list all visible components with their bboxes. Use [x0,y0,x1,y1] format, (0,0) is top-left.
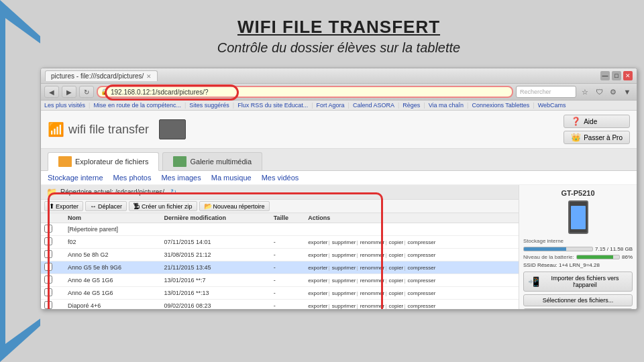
bookmark-item[interactable]: Fort Agora [317,102,345,109]
file-actions-cell: exporter| supprimer| renommer| copier| c… [305,249,519,261]
bookmark-item[interactable]: Règes [402,102,420,109]
row-checkbox[interactable] [44,263,52,271]
row-checkbox[interactable] [44,250,52,258]
header-right: ❓ Aide 👑 Passer à Pro [564,115,630,144]
app-header: 📶 wifi file transfer ❓ Aide 👑 Passer à P… [41,111,637,149]
refresh-button[interactable]: ↻ [79,86,94,98]
maximize-button[interactable]: □ [612,71,621,80]
file-date: 07/11/2015 14:01 [160,236,270,249]
export-button[interactable]: ⬆ Exporter [44,201,83,211]
new-folder-button[interactable]: 📂 Nouveau répertoire [199,201,270,211]
bookmark-item[interactable]: Via ma chaîn [429,102,464,109]
search-placeholder: Rechercher [520,88,551,95]
window-controls: — □ ✕ [600,71,633,80]
storage-value: 7.15 / 11.58 GB [595,246,633,252]
subnav-musique[interactable]: Ma musique [211,174,252,182]
row-checkbox[interactable] [44,237,52,245]
table-row[interactable]: Anno 5e 8h G2 31/08/2015 21:12 - exporte… [41,249,519,261]
file-size: - [270,287,305,300]
bookmark-item[interactable]: Sites suggérés [189,102,229,109]
shield-icon[interactable]: 🛡 [593,86,605,98]
export-icon: ⬆ [49,202,54,210]
forward-button[interactable]: ▶ [62,86,76,98]
pro-button[interactable]: 👑 Passer à Pro [564,131,630,144]
star-icon[interactable]: ☆ [579,86,591,98]
zip-icon: 🗜 [133,202,140,210]
page-subtitle: Contrôle du dossier élèves sur la tablet… [40,40,637,56]
ssid-row: SSID Réseau: 1+4 LRN_9=4.28 [523,262,633,268]
search-bar[interactable]: Rechercher [516,86,576,98]
table-row[interactable]: f02 07/11/2015 14:01 - exporter| supprim… [41,236,519,249]
storage-bar [523,247,593,251]
select-files-button[interactable]: Sélectionner des fichiers... [523,294,633,306]
main-panel: 📁 Répertoire actuel: /sdcard/pictures/ ↻… [41,185,637,309]
bookmark-item[interactable]: Mise en route de la compétenc... [93,102,181,109]
browser-titlebar: pictures - file:///sdcard/pictures/ ✕ — … [41,68,637,84]
file-date: 21/11/2015 13:45 [160,261,270,274]
subnav-videos[interactable]: Mes vidéos [262,174,299,182]
file-name: Anno 4e G5 1G6 [64,287,160,300]
subnav-photos[interactable]: Mes photos [113,174,152,182]
folder-icon: 📁 [46,187,57,197]
current-path: Répertoire actuel: /sdcard/pictures/ [60,188,164,196]
close-button[interactable]: ✕ [623,71,633,80]
minimize-button[interactable]: — [600,71,610,80]
import-button[interactable]: 📲 Importer des fichiers vers l'appareil [523,272,633,292]
file-date: 13/01/2016 **:7 [160,274,270,287]
address-bar[interactable]: 🔒 192.168.0.12:1/sdcard/pictures/? [97,86,513,98]
menu-icon[interactable]: ▼ [621,86,633,98]
device-image [159,119,186,139]
battery-value: 86% [622,254,633,260]
row-checkbox[interactable] [44,225,52,233]
col-date: Dernière modification [160,213,270,223]
row-checkbox[interactable] [44,288,52,296]
col-name: Nom [64,213,160,223]
table-row[interactable]: Anno 4e G5 1G6 13/01/2016 **:13 - export… [41,287,519,300]
table-row[interactable]: Diaporé 4+6 09/02/2016 08:23 - exporter|… [41,300,519,310]
storage-row: Stockage interne [523,238,633,244]
row-checkbox[interactable] [44,301,52,309]
select-folder-button[interactable]: Select folder... [523,308,633,310]
file-name: f02 [64,236,160,249]
subnav-images[interactable]: Mes images [161,174,201,182]
create-zip-button[interactable]: 🗜 Créer un fichier zip [129,201,197,211]
tab-explorateur[interactable]: Explorateur de fichiers [48,152,159,171]
select-files-label: Sélectionner des fichiers... [543,297,614,304]
bookmark-item[interactable]: WebCams [538,102,566,109]
file-size: - [270,249,305,261]
subnav-stockage[interactable]: Stockage interne [48,174,103,182]
file-actions-cell: exporter| supprimer| renommer| copier| c… [305,300,519,310]
tab-galerie[interactable]: Galerie multimédia [162,152,262,170]
device-phone-image [568,200,588,234]
wifi-icon: 📶 [48,121,64,137]
move-button[interactable]: ↔ Déplacer [85,201,127,211]
aide-button[interactable]: ❓ Aide [564,115,630,128]
page-title: WIFI FILE TRANSFERT [40,17,637,38]
table-row[interactable]: Anno 4e G5 1G6 13/01/2016 **:7 - exporte… [41,274,519,287]
new-folder-icon: 📂 [204,202,212,210]
file-date: 13/01/2016 **:13 [160,287,270,300]
file-size [270,223,305,236]
device-screen [571,206,586,229]
file-actions-cell: exporter| supprimer| renommer| copier| c… [305,287,519,300]
back-button[interactable]: ◀ [44,86,59,98]
battery-label: Niveau de la batterie: [523,254,574,260]
storage-bar-row: 7.15 / 11.58 GB [523,246,633,252]
file-name: Anno G5 5e 8h 9G6 [64,261,160,274]
bookmark-item[interactable]: Les plus visités [44,102,85,109]
bookmark-item[interactable]: Flux RSS du site Educat... [237,102,308,109]
crown-icon: 👑 [571,133,581,142]
question-icon: ❓ [571,117,581,126]
bookmark-item[interactable]: Connexions Tablettes [472,102,529,109]
settings-icon[interactable]: ⚙ [607,86,619,98]
bookmark-item[interactable]: Calend ASORA [353,102,394,109]
table-row[interactable]: Anno G5 5e 8h 9G6 21/11/2015 13:45 - exp… [41,261,519,274]
tab-close-button[interactable]: ✕ [146,73,152,80]
browser-tab[interactable]: pictures - file:///sdcard/pictures/ ✕ [45,70,158,81]
import-label: Importer des fichiers vers l'appareil [542,275,628,288]
storage-label: Stockage interne [523,238,564,244]
refresh-icon[interactable]: ↻ [170,188,176,196]
row-checkbox[interactable] [44,276,52,284]
table-row[interactable]: [Répertoire parent] [41,223,519,236]
file-name: Anno 4e G5 1G6 [64,274,160,287]
